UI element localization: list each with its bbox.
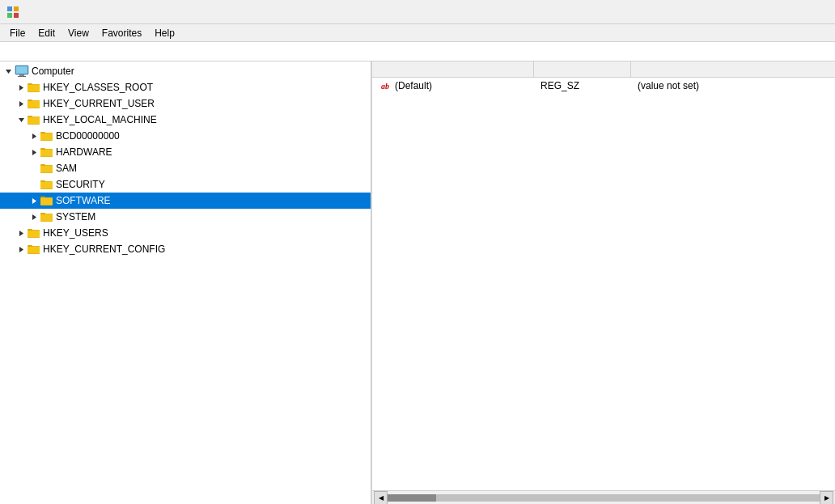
svg-rect-28: [40, 140, 53, 141]
cell-name-default: ab(Default): [372, 78, 534, 94]
svg-rect-27: [40, 132, 45, 133]
svg-rect-55: [28, 229, 32, 231]
tree-node-security[interactable]: ▷ SECURITY: [0, 176, 371, 193]
svg-rect-7: [19, 74, 24, 76]
tree-node-bcd[interactable]: BCD00000000: [0, 128, 371, 144]
scrollbar-thumb[interactable]: [388, 494, 436, 502]
svg-rect-60: [28, 245, 32, 247]
svg-marker-42: [32, 198, 36, 204]
tree-icon-sam: [40, 163, 53, 174]
tree-node-hkcr[interactable]: HKEY_CLASSES_ROOT: [0, 79, 371, 95]
title-bar-controls: [717, 0, 829, 24]
menu-item-favorites[interactable]: Favorites: [95, 24, 148, 41]
menu-item-help[interactable]: Help: [148, 24, 181, 41]
tree-icon-hardware: [40, 146, 53, 158]
tree-icon-hklm: [28, 114, 40, 125]
svg-rect-6: [16, 66, 28, 74]
cell-name-text-default: (Default): [395, 80, 432, 91]
svg-rect-36: [40, 164, 45, 166]
tree-node-hkcu[interactable]: HKEY_CURRENT_USER: [0, 95, 371, 112]
expander-hku[interactable]: [15, 227, 28, 239]
expander-hkcu[interactable]: [15, 97, 28, 110]
table-row-default[interactable]: ab(Default)REG_SZ(value not set): [372, 78, 835, 94]
menu-item-view[interactable]: View: [61, 24, 95, 41]
svg-rect-41: [40, 188, 53, 189]
tree-icon-hku: [28, 227, 40, 239]
svg-rect-32: [40, 148, 45, 150]
svg-rect-53: [28, 230, 40, 238]
tree-node-software[interactable]: SOFTWARE: [0, 193, 371, 209]
expander-system[interactable]: [28, 210, 40, 223]
svg-rect-1: [14, 6, 19, 11]
tree-label-security: SECURITY: [56, 176, 105, 193]
tree-node-hkcc[interactable]: HKEY_CURRENT_CONFIG: [0, 241, 371, 257]
minimize-button[interactable]: [717, 0, 754, 24]
expander-hkcr[interactable]: [15, 81, 28, 94]
expander-hardware[interactable]: [28, 146, 40, 159]
tree-node-system[interactable]: SYSTEM: [0, 209, 371, 225]
tree-label-hklm: HKEY_LOCAL_MACHINE: [43, 112, 157, 128]
scroll-right-button[interactable]: ▶: [820, 491, 833, 505]
expander-software[interactable]: [28, 194, 40, 207]
svg-rect-25: [40, 133, 53, 141]
tree-node-computer[interactable]: Computer: [0, 63, 371, 79]
tree-node-hku[interactable]: HKEY_USERS: [0, 225, 371, 241]
svg-rect-10: [28, 84, 40, 92]
scrollbar-track[interactable]: [388, 494, 820, 502]
svg-marker-14: [19, 101, 23, 107]
expander-bcd[interactable]: [28, 129, 40, 142]
svg-rect-43: [40, 197, 53, 205]
maximize-button[interactable]: [754, 0, 791, 24]
svg-marker-19: [19, 118, 24, 122]
tree-icon-system: [40, 211, 53, 222]
tree-icon-bcd: [40, 130, 53, 142]
tree-node-hklm[interactable]: HKEY_LOCAL_MACHINE: [0, 112, 371, 128]
tree-label-hkcr: HKEY_CLASSES_ROOT: [43, 79, 153, 95]
svg-rect-22: [28, 116, 32, 117]
svg-rect-34: [40, 165, 53, 173]
col-header-name: [372, 61, 534, 77]
col-header-type: [534, 61, 631, 77]
tree-node-sam[interactable]: ▷ SAM: [0, 160, 371, 176]
svg-rect-33: [40, 156, 53, 157]
tree-label-hardware: HARDWARE: [56, 144, 112, 160]
address-bar: [0, 42, 835, 61]
tree-icon-computer: [15, 65, 29, 78]
svg-rect-40: [40, 180, 45, 182]
svg-rect-61: [28, 253, 40, 254]
svg-marker-24: [32, 133, 36, 139]
tree-label-hku: HKEY_USERS: [43, 225, 108, 241]
title-bar-left: [6, 6, 24, 19]
scroll-left-button[interactable]: ◀: [374, 491, 388, 505]
svg-marker-57: [19, 247, 23, 252]
tree-panel[interactable]: Computer HKEY_CLASSES_ROOT HKEY_CURRENT_…: [0, 61, 372, 504]
svg-rect-12: [28, 83, 32, 85]
tree-icon-hkcc: [28, 244, 40, 255]
table-body[interactable]: ab(Default)REG_SZ(value not set): [372, 78, 835, 490]
svg-rect-0: [7, 6, 12, 11]
tree-label-computer: Computer: [32, 63, 74, 79]
svg-rect-45: [40, 197, 45, 198]
expander-hkcc[interactable]: [15, 243, 28, 256]
tree-label-system: SYSTEM: [56, 209, 95, 225]
expander-hklm[interactable]: [15, 113, 28, 126]
svg-rect-8: [18, 76, 26, 77]
menu-item-file[interactable]: File: [3, 24, 32, 41]
svg-rect-50: [40, 213, 45, 214]
svg-rect-30: [40, 149, 53, 157]
horizontal-scrollbar[interactable]: ◀ ▶: [372, 490, 835, 504]
svg-marker-29: [32, 150, 36, 155]
close-button[interactable]: [791, 0, 829, 24]
main-content: Computer HKEY_CLASSES_ROOT HKEY_CURRENT_…: [0, 61, 835, 504]
tree-label-bcd: BCD00000000: [56, 128, 120, 144]
expander-computer[interactable]: [2, 65, 15, 78]
menu-item-edit[interactable]: Edit: [32, 24, 61, 41]
menu-bar: FileEditViewFavoritesHelp: [0, 24, 835, 42]
tree-icon-software: [40, 195, 53, 206]
cell-type-default: REG_SZ: [534, 78, 631, 94]
tree-node-hardware[interactable]: HARDWARE: [0, 144, 371, 160]
svg-rect-2: [7, 13, 12, 18]
svg-rect-18: [28, 108, 40, 108]
tree-icon-hkcr: [28, 82, 40, 93]
tree-icon-hkcu: [28, 98, 40, 109]
